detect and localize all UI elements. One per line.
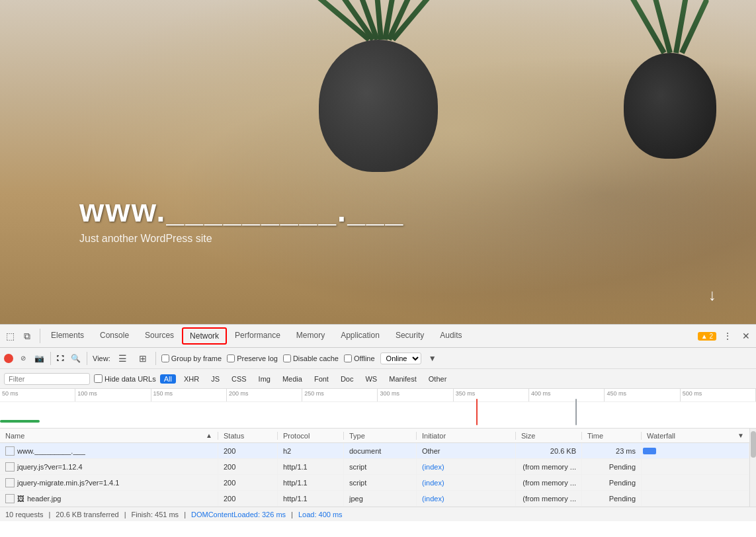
table-scrollbar[interactable] (749, 429, 756, 507)
tab-memory[interactable]: Memory (288, 327, 333, 345)
cell-type-1: document (344, 443, 417, 458)
plant-decoration (319, 40, 438, 172)
offline-checkbox[interactable]: Offline (344, 354, 375, 362)
filter-icon[interactable]: ⛚ (56, 354, 64, 363)
load-link[interactable]: Load: 400 ms (298, 511, 343, 518)
initiator-link-2[interactable]: (index) (422, 463, 444, 471)
column-header-size[interactable]: Size (516, 432, 582, 440)
filter-media-button[interactable]: Media (278, 374, 306, 384)
separator-4: | (291, 511, 293, 518)
cell-status-1: 200 (218, 443, 278, 458)
more-options-icon[interactable]: ⋮ (720, 329, 735, 343)
tab-audits[interactable]: Audits (432, 327, 470, 345)
filter-all-button[interactable]: All (160, 374, 176, 384)
tab-application[interactable]: Application (333, 327, 388, 345)
column-header-name[interactable]: Name ▲ (0, 432, 218, 440)
separator-2: | (124, 511, 126, 518)
cell-size-1: 20.6 KB (516, 443, 582, 458)
cell-name-1: www._________.___ (0, 443, 218, 458)
close-devtools-icon[interactable]: ✕ (739, 329, 753, 343)
scrollbar-thumb[interactable] (751, 431, 756, 458)
row-checkbox-1[interactable] (5, 446, 15, 456)
record-button[interactable] (4, 354, 13, 363)
column-header-time[interactable]: Time (582, 432, 642, 440)
cell-name-2: jquery.js?ver=1.12.4 (0, 459, 218, 474)
view-label: View: (93, 354, 110, 362)
filter-css-button[interactable]: CSS (228, 374, 251, 384)
sort-name-icon: ▲ (206, 432, 212, 439)
cell-time-2: Pending (582, 459, 642, 474)
filter-font-button[interactable]: Font (310, 374, 333, 384)
row-checkbox-3[interactable] (5, 478, 15, 487)
throttle-select[interactable]: Online (380, 352, 421, 364)
column-header-status[interactable]: Status (218, 432, 278, 440)
cell-type-4: jpeg (344, 491, 417, 506)
cell-size-4: (from memory ... (516, 491, 582, 506)
sort-waterfall-icon: ▼ (737, 432, 744, 439)
table-row[interactable]: jquery.js?ver=1.12.4 200 http/1.1 script… (0, 459, 749, 475)
screenshot-view-icon[interactable]: ⊞ (136, 351, 150, 366)
tab-elements[interactable]: Elements (43, 327, 92, 345)
tab-network[interactable]: Network (182, 327, 227, 345)
scroll-indicator: ↓ (708, 286, 716, 304)
cell-time-3: Pending (582, 475, 642, 490)
website-header-text: www._________.___ Just another WordPress… (79, 192, 404, 245)
row-checkbox-4[interactable] (5, 494, 15, 503)
table-row[interactable]: 🖼 header.jpg 200 http/1.1 jpeg (index) (… (0, 491, 749, 507)
cell-time-1: 23 ms (582, 443, 642, 458)
dom-content-loaded-link[interactable]: DOMContentLoaded: 326 ms (191, 511, 286, 518)
list-view-icon[interactable]: ☰ (116, 351, 130, 366)
search-icon[interactable]: 🔍 (69, 352, 81, 364)
column-header-initiator[interactable]: Initiator (417, 432, 516, 440)
cell-name-3: jquery-migrate.min.js?ver=1.4.1 (0, 475, 218, 490)
initiator-link-4[interactable]: (index) (422, 495, 444, 503)
warning-badge: ▲ 2 (698, 332, 716, 341)
tab-console[interactable]: Console (92, 327, 137, 345)
column-header-protocol[interactable]: Protocol (278, 432, 344, 440)
filter-img-button[interactable]: Img (255, 374, 274, 384)
camera-icon[interactable]: 📷 (33, 352, 45, 364)
filter-input[interactable] (4, 373, 90, 385)
group-by-frame-checkbox[interactable]: Group by frame (161, 354, 222, 362)
table-row[interactable]: jquery-migrate.min.js?ver=1.4.1 200 http… (0, 475, 749, 491)
throttle-dropdown-icon[interactable]: ▼ (427, 352, 439, 364)
tab-performance[interactable]: Performance (227, 327, 288, 345)
column-header-waterfall[interactable]: Waterfall ▼ (642, 432, 749, 440)
filter-manifest-button[interactable]: Manifest (385, 374, 421, 384)
status-bar: 10 requests | 20.6 KB transferred | Fini… (0, 507, 756, 521)
hide-data-urls-checkbox[interactable]: Hide data URLs (94, 374, 156, 383)
filter-bar: Hide data URLs All XHR JS CSS Img Media … (0, 369, 756, 389)
stop-recording-icon[interactable]: ⊘ (19, 354, 28, 363)
initiator-link-3[interactable]: (index) (422, 479, 444, 487)
cell-size-3: (from memory ... (516, 475, 582, 490)
cell-size-2: (from memory ... (516, 459, 582, 474)
tab-sources[interactable]: Sources (137, 327, 182, 345)
tick-300ms: 300 ms (378, 389, 453, 401)
cell-waterfall-4 (642, 491, 749, 506)
tab-security[interactable]: Security (388, 327, 432, 345)
filter-js-button[interactable]: JS (207, 374, 224, 384)
timeline-ruler: 50 ms 100 ms 150 ms 200 ms 250 ms 300 ms… (0, 389, 756, 402)
tick-400ms: 400 ms (529, 389, 605, 401)
filter-ws-button[interactable]: WS (361, 374, 381, 384)
disable-cache-checkbox[interactable]: Disable cache (283, 354, 339, 362)
device-toolbar-icon[interactable]: ⧉ (20, 329, 34, 343)
finish-time: Finish: 451 ms (132, 511, 179, 518)
website-subtitle: Just another WordPress site (79, 233, 404, 245)
cell-type-3: script (344, 475, 417, 490)
filter-xhr-button[interactable]: XHR (180, 374, 203, 384)
timeline-area: 50 ms 100 ms 150 ms 200 ms 250 ms 300 ms… (0, 389, 756, 429)
filter-other-button[interactable]: Other (425, 374, 451, 384)
preserve-log-checkbox[interactable]: Preserve log (227, 354, 278, 362)
transferred-size: 20.6 KB transferred (56, 511, 118, 518)
cell-protocol-2: http/1.1 (278, 459, 344, 474)
toolbar-separator-3 (155, 352, 156, 365)
table-row[interactable]: www._________.___ 200 h2 document Other … (0, 443, 749, 459)
inspect-element-icon[interactable]: ⬚ (3, 329, 17, 343)
column-header-type[interactable]: Type (344, 432, 417, 440)
devtools-panel: ⬚ ⧉ Elements Console Sources Network Per… (0, 324, 756, 521)
filter-doc-button[interactable]: Doc (337, 374, 358, 384)
tick-500ms: 500 ms (681, 389, 756, 401)
tick-250ms: 250 ms (302, 389, 378, 401)
row-checkbox-2[interactable] (5, 462, 15, 472)
